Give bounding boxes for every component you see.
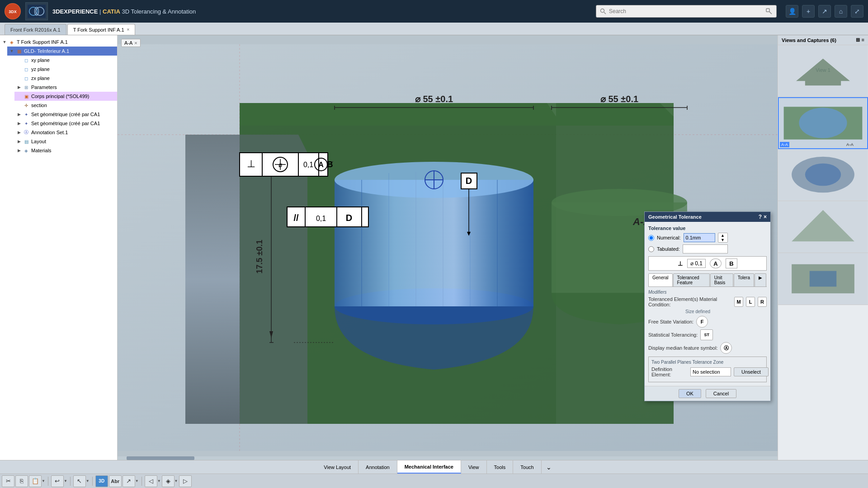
h-scrollbar-thumb[interactable] [127,456,194,460]
tree-item-layout[interactable]: ▶ ▤ Layout [14,137,117,146]
ok-button[interactable]: OK [679,389,701,398]
tabulated-radio[interactable] [648,246,654,252]
copy-icon-btn[interactable]: ⎘ [15,475,28,487]
toolbar-tab-annotation[interactable]: Annotation [359,460,397,474]
cut-icon-btn[interactable]: ✂ [2,475,14,487]
display-with-options-btn[interactable]: ◈ ▼ [162,475,178,487]
text-icon-btn[interactable]: Abr [109,475,122,487]
modifier-m-btn[interactable]: M [734,297,743,307]
undo-with-options-btn[interactable]: ↩ ▼ [51,475,67,487]
display-icon-btn[interactable]: ◈ [162,475,175,487]
tree-expand-params[interactable]: ▶ [16,84,22,90]
toolbar-tab-view[interactable]: View [461,460,487,474]
unselect-btn[interactable]: Unselect [734,367,769,376]
tree-item-section[interactable]: ✛ section [14,101,117,110]
arrow-with-options-btn[interactable]: ↗ ▼ [123,475,139,487]
size-defined-label: Size defined [648,309,767,314]
modifier-r-btn[interactable]: R [758,297,767,307]
dialog-tab-unit[interactable]: Unit Basis [710,273,733,286]
statistical-btn[interactable]: ST [700,329,713,340]
tree-item-yz[interactable]: ◻ yz plane [14,65,117,74]
view-thumbnail-3[interactable] [778,149,868,201]
tab-close-icon[interactable]: × [127,27,130,32]
tree-item-gld[interactable]: ▼ ▦ GLD- TeInferieur A.1 [7,47,117,56]
views-list-icon[interactable]: ≡ [862,37,864,43]
median-btn[interactable]: Ⓐ [720,342,732,354]
tree-item-set1[interactable]: ▶ ✦ Set géométrique (créé par CA1 [14,110,117,119]
view-icon-btn[interactable]: ◁ [145,475,157,487]
3d-view-icon-btn[interactable]: 3D [95,475,108,487]
add-icon[interactable]: + [802,5,815,18]
def-element-input[interactable] [690,367,731,376]
tree-item-root[interactable]: ▼ ◈ T Fork Support INF A.1 [0,38,117,47]
modifier-l-btn[interactable]: L [746,297,755,307]
tree-item-params[interactable]: ▶ ⊞ Parameters [14,83,117,92]
arrow-icon-btn[interactable]: ↗ [123,475,135,487]
tree-item-annot[interactable]: ▶ Ⓐ Annotation Set.1 [14,128,117,137]
tab-t-fork[interactable]: T Fork Support INF A.1 × [67,24,136,35]
dialog-close-icon[interactable]: × [764,214,767,220]
dialog-tab-general[interactable]: General [648,273,673,286]
dialog-title-bar[interactable]: Geometrical Tolerance ? × [645,212,770,222]
numerical-radio[interactable] [648,235,654,241]
tree-item-corps[interactable]: ▣ Corps principal (*SOL499) [14,92,117,101]
tree-item-set2[interactable]: ▶ ✦ Set géométrique (créé par CA1 [14,119,117,128]
numerical-input[interactable] [684,233,715,242]
tree-expand-set2[interactable]: ▶ [16,121,22,126]
select-with-options-btn[interactable]: ↖ ▼ [73,475,90,487]
view-dropdown-arrow[interactable]: ▼ [157,479,161,483]
display-dropdown-arrow[interactable]: ▼ [175,479,178,483]
tree-expand-layout[interactable]: ▶ [16,139,22,144]
view-badge-close[interactable]: × [134,40,137,46]
search-input[interactable] [609,8,763,14]
expand-icon[interactable]: ⤢ [851,5,863,18]
cancel-button[interactable]: Cancel [706,389,736,398]
view-thumbnail-4[interactable] [778,201,868,253]
tree-expand-annot[interactable]: ▶ [16,130,22,135]
toolbar-tab-tools[interactable]: Tools [487,460,514,474]
tree-item-xy[interactable]: ◻ xy plane [14,56,117,65]
top-right-icons: 👤 + ↗ ⌂ ⤢ [786,5,863,18]
svg-text:0,1: 0,1 [303,161,313,169]
view-thumbnail-5[interactable] [778,253,868,305]
dialog-tab-next[interactable]: ▶ [755,273,766,286]
dialog-tab-toleranced[interactable]: Toleranced Feature [673,273,710,286]
numerical-up-btn[interactable]: ▲▼ [718,233,728,243]
toolbar-more-icon[interactable]: ⌄ [546,464,552,471]
select-dropdown-arrow[interactable]: ▼ [86,479,90,483]
select-icon-btn[interactable]: ↖ [73,475,86,487]
toolbar-tab-mechanical-interface[interactable]: Mechanical Interface [397,460,461,474]
views-grid-icon[interactable]: ⊞ [856,37,860,43]
tree-expand-root[interactable]: ▼ [2,39,7,45]
tree-expand-section [16,103,22,108]
share-icon[interactable]: ↗ [818,5,831,18]
undo-icon-btn[interactable]: ↩ [51,475,64,487]
viewport[interactable]: ⌀ 55 ±0.1 ⌀ 55 ±0.1 A-A 17.5 ±0.1 [118,35,778,460]
h-scrollbar[interactable] [118,456,778,460]
view-thumbnail-2[interactable]: A-A A-A [778,97,868,149]
toolbar-tab-touch[interactable]: Touch [513,460,541,474]
free-state-btn[interactable]: F [696,316,708,328]
tree-item-zx[interactable]: ◻ zx plane [14,74,117,83]
tabulated-input[interactable] [683,244,728,253]
tree-item-materials[interactable]: ▶ ◈ Materials [14,146,117,155]
dialog-help-icon[interactable]: ? [759,214,762,220]
view-thumbnail-1[interactable]: View 1 [778,45,868,97]
tree-expand-materials[interactable]: ▶ [16,148,22,153]
home-icon[interactable]: ⌂ [835,5,847,18]
paste-with-options-btn[interactable]: 📋 ▼ [29,475,45,487]
undo-dropdown-arrow[interactable]: ▼ [64,479,67,483]
tab-front-fork[interactable]: Front Fork R2016x A.1 [5,24,66,35]
view-with-options-btn[interactable]: ◁ ▼ [145,475,161,487]
toolbar-tab-view-layout[interactable]: View Layout [316,460,359,474]
dialog-tab-tolera[interactable]: Tolera [734,273,754,286]
tree-expand-gld[interactable]: ▼ [9,48,14,54]
tree-label-root: T Fork Support INF A.1 [17,39,68,45]
next-icon-btn[interactable]: ▷ [179,475,192,487]
user-icon[interactable]: 👤 [786,5,798,18]
search-box[interactable] [596,5,777,18]
tree-expand-set1[interactable]: ▶ [16,112,22,117]
paste-dropdown-arrow[interactable]: ▼ [42,479,45,483]
paste-icon-btn[interactable]: 📋 [29,475,42,487]
arrow-dropdown-arrow[interactable]: ▼ [135,479,139,483]
